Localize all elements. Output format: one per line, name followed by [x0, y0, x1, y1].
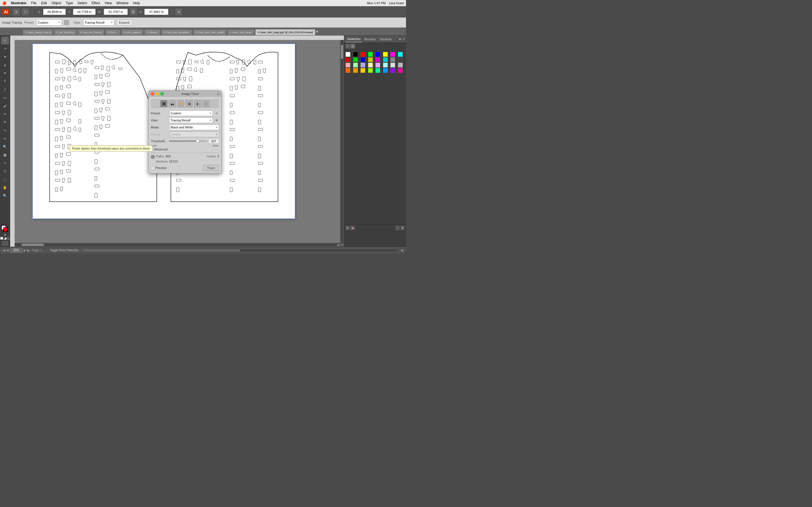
nav-next[interactable]: ▶	[24, 249, 26, 252]
tab-6[interactable]: ✕ Total_shirt_template*	[161, 29, 192, 35]
preset-grayscale[interactable]: ▦	[186, 100, 193, 107]
rect-tool[interactable]: ▭	[1, 94, 9, 102]
menu-select[interactable]: Select	[78, 1, 87, 5]
swatch-item[interactable]	[375, 57, 380, 62]
scroll-thumb[interactable]	[341, 45, 343, 59]
tab-8[interactable]: ✕ laser_shirt_large*	[227, 29, 255, 35]
panel-close-icon[interactable]: ✕	[403, 38, 405, 41]
swatch-list-view[interactable]: ☰	[345, 44, 350, 48]
tab-4[interactable]: ✕ shirt_pattern*	[121, 29, 144, 35]
swatch-item[interactable]	[368, 52, 373, 57]
color-mode-icons[interactable]: ⊘	[0, 237, 10, 240]
paintbrush-tool[interactable]: 🖌	[1, 102, 9, 110]
swatch-grid-view[interactable]: ⊞	[350, 44, 355, 48]
mode-dialog-dropdown[interactable]: Black and White ▼	[169, 124, 219, 130]
swatch-item[interactable]	[353, 57, 358, 62]
link-proportions-icon[interactable]: ⛓	[130, 8, 137, 15]
expand-button[interactable]: Expand	[116, 19, 132, 25]
horizontal-scrollbar[interactable]: ◀ ▶	[10, 243, 340, 247]
shape-builder-tool[interactable]: ⬡	[1, 167, 9, 175]
swatch-item[interactable]	[353, 62, 358, 68]
view-preview-icon[interactable]: 👁	[214, 118, 219, 123]
mesh-tool[interactable]: ⊹	[1, 159, 9, 167]
swatch-item[interactable]	[383, 68, 388, 73]
new-swatch-icon[interactable]: +	[395, 226, 400, 230]
swatch-item[interactable]	[390, 52, 395, 57]
artboard-tool[interactable]: ⬚	[1, 175, 9, 183]
nav-prev[interactable]: ◀	[6, 249, 9, 252]
menu-window[interactable]: Window	[116, 1, 129, 5]
swatch-item[interactable]	[360, 68, 365, 73]
menu-object[interactable]: Object	[51, 1, 61, 5]
delete-swatch-icon[interactable]: 🗑	[400, 226, 405, 230]
tab-5[interactable]: ✕ sleeve*	[144, 29, 160, 35]
preview-checkbox[interactable]: ✓	[151, 166, 154, 170]
preset-high-color[interactable]: 📷	[169, 100, 175, 107]
swatch-item[interactable]	[383, 62, 388, 68]
trace-button[interactable]: Trace	[203, 165, 219, 171]
swatch-item[interactable]	[345, 57, 350, 62]
rotate-tool[interactable]: ↻	[1, 118, 9, 126]
threshold-slider[interactable]	[169, 140, 207, 142]
tab-7[interactable]: ✕ final_laser_shirt_small*	[193, 29, 227, 35]
nav-prev-page[interactable]: |◀	[2, 249, 5, 252]
preset-menu-icon[interactable]: ≡	[64, 20, 69, 25]
swatch-item[interactable]	[368, 68, 373, 73]
zoom-input[interactable]	[10, 248, 22, 252]
palette-dialog-dropdown[interactable]: Limited ▼	[169, 131, 219, 137]
swap-colors-icon[interactable]: ⇄	[4, 233, 6, 236]
preview-checkbox-row[interactable]: ✓ Preview	[151, 166, 166, 170]
preset-outline[interactable]: ⬡	[203, 100, 209, 107]
menu-illustrator[interactable]: Illustrator	[11, 1, 27, 5]
show-swatches-kinds-icon[interactable]: ⌘	[345, 226, 350, 230]
preset-options-icon[interactable]: ≡	[214, 111, 219, 116]
tab-2[interactable]: ✕ final_cut_finals.ai	[77, 29, 105, 35]
swatch-item[interactable]	[353, 68, 358, 73]
blend-tool[interactable]: ∞	[1, 135, 9, 143]
panel-menu-icon[interactable]: ▶	[399, 38, 402, 41]
pen-tool[interactable]: ✒	[1, 69, 9, 77]
swatch-item[interactable]	[390, 68, 395, 73]
preset-dialog-dropdown[interactable]: Custom ▼	[169, 110, 213, 116]
minimize-button[interactable]	[156, 92, 159, 96]
preset-auto-color[interactable]: ⬛	[160, 100, 167, 107]
swatch-item[interactable]	[375, 62, 380, 68]
close-button[interactable]	[151, 92, 154, 96]
scroll-down-arrow[interactable]: ▼	[341, 244, 343, 246]
swatch-item[interactable]	[353, 52, 358, 57]
gradient-tool[interactable]: ▦	[1, 151, 9, 159]
swatch-item[interactable]	[368, 62, 373, 68]
menu-edit[interactable]: Edit	[41, 1, 47, 5]
swatch-item[interactable]	[345, 68, 350, 73]
nav-next-page[interactable]: ▶|	[27, 249, 30, 252]
status-right-arrow[interactable]: ▶	[402, 249, 404, 252]
tab-brushes[interactable]: Brushes	[363, 36, 377, 42]
pencil-tool[interactable]: ✏	[1, 110, 9, 118]
lasso-tool[interactable]: ⌀	[1, 61, 9, 69]
view-dialog-dropdown[interactable]: Tracing Result ▼	[169, 117, 213, 123]
zoom-tool[interactable]: 🔍	[1, 192, 9, 200]
hand-tool[interactable]: ✋	[1, 184, 9, 191]
swatch-item[interactable]	[398, 62, 403, 68]
swatch-item[interactable]	[398, 52, 403, 57]
scale-tool[interactable]: ⤡	[1, 126, 9, 134]
preset-low-color[interactable]: 🎨	[177, 100, 184, 107]
dialog-collapse-icon[interactable]: ⊟	[217, 93, 219, 96]
swatch-item[interactable]	[398, 57, 403, 62]
maximize-button[interactable]	[160, 92, 164, 96]
tab-1[interactable]: ✕ cat_brooch.ai	[54, 29, 77, 35]
h-input[interactable]	[144, 9, 168, 15]
swatch-item[interactable]	[375, 52, 380, 57]
swatch-item[interactable]	[383, 52, 388, 57]
toolbar-icon-2[interactable]: ◻	[22, 8, 29, 15]
tab-3[interactable]: ✕ font*...	[105, 29, 120, 35]
view-dropdown[interactable]: Tracing Result ▼	[83, 19, 114, 25]
swatch-item[interactable]	[390, 57, 395, 62]
preset-black-white[interactable]: ◐	[194, 100, 201, 107]
tab-swatches[interactable]: Swatches	[345, 36, 362, 42]
threshold-slider-thumb[interactable]	[196, 139, 199, 143]
x-input[interactable]	[43, 9, 66, 15]
align-icon[interactable]: ⊞	[175, 8, 182, 15]
line-tool[interactable]: ╱	[1, 86, 9, 94]
tab-0[interactable]: ✕ color_theory_cuts.ai	[22, 29, 53, 35]
